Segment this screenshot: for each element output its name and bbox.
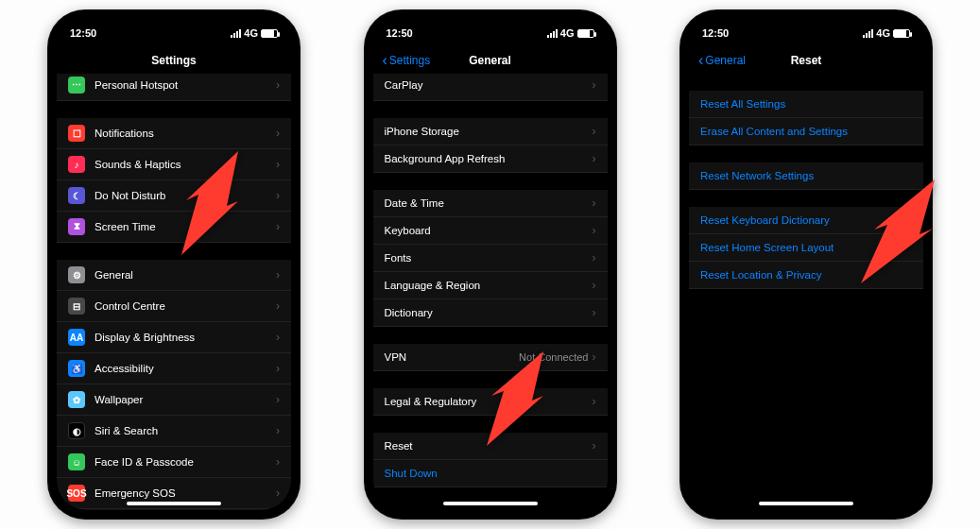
phone-reset: 12:50 4G ‹ General Reset Reset All Setti… bbox=[679, 9, 933, 520]
chevron-right-icon: › bbox=[593, 279, 596, 292]
home-indicator[interactable] bbox=[759, 502, 853, 505]
phone-general: 12:50 4G ‹ Settings General CarPlay› iPh… bbox=[364, 9, 617, 520]
screen: 12:50 4G ‹ Settings General CarPlay› iPh… bbox=[373, 19, 608, 510]
row-display-brightness[interactable]: AADisplay & Brightness› bbox=[57, 322, 291, 353]
phone-settings: 12:50 4G Settings ⋯Personal Hotspot› ☐No… bbox=[47, 9, 301, 520]
wallpaper-icon: ✿ bbox=[68, 391, 85, 408]
row-background-app-refresh[interactable]: Background App Refresh› bbox=[373, 145, 608, 173]
home-indicator[interactable] bbox=[127, 502, 221, 505]
row-fonts[interactable]: Fonts› bbox=[373, 245, 608, 272]
row-label: Reset All Settings bbox=[700, 98, 912, 110]
row-label: Screen Time bbox=[95, 221, 276, 232]
signal-icon bbox=[231, 29, 241, 38]
row-label: Date & Time bbox=[385, 197, 593, 209]
row-do-not-disturb[interactable]: ☾Do Not Disturb› bbox=[57, 180, 291, 212]
row-erase-all-content-and-settings[interactable]: Erase All Content and Settings bbox=[689, 118, 923, 145]
row-reset-location-privacy[interactable]: Reset Location & Privacy bbox=[689, 262, 923, 289]
network-label: 4G bbox=[876, 27, 890, 39]
screen-time-icon: ⧗ bbox=[68, 218, 85, 235]
row-label: Notifications bbox=[95, 128, 276, 139]
nav-bar: ‹ General Reset bbox=[689, 47, 923, 74]
chevron-right-icon: › bbox=[593, 306, 596, 319]
back-button[interactable]: ‹ General bbox=[698, 53, 746, 68]
battery-icon bbox=[893, 29, 910, 38]
row-label: Language & Region bbox=[385, 280, 593, 291]
row-shut-down[interactable]: Shut Down bbox=[373, 460, 608, 487]
back-label: General bbox=[705, 54, 746, 67]
row-label: Sounds & Haptics bbox=[95, 159, 276, 170]
chevron-right-icon: › bbox=[276, 486, 280, 500]
row-label: Legal & Regulatory bbox=[385, 396, 593, 407]
row-keyboard[interactable]: Keyboard› bbox=[373, 217, 608, 245]
emergency-sos-icon: SOS bbox=[68, 485, 85, 502]
row-reset[interactable]: Reset› bbox=[373, 433, 608, 460]
status-time: 12:50 bbox=[70, 27, 96, 39]
row-language-region[interactable]: Language & Region› bbox=[373, 272, 608, 299]
row-accessibility[interactable]: ♿Accessibility› bbox=[57, 353, 291, 384]
chevron-right-icon: › bbox=[276, 220, 280, 233]
row-date-time[interactable]: Date & Time› bbox=[373, 190, 608, 217]
row-label: Reset Network Settings bbox=[700, 170, 912, 181]
sounds-haptics-icon: ♪ bbox=[68, 156, 85, 173]
chevron-right-icon: › bbox=[276, 268, 280, 282]
personal-hotspot-icon: ⋯ bbox=[68, 77, 85, 94]
row-label: Display & Brightness bbox=[95, 332, 276, 343]
row-label: Shut Down bbox=[385, 468, 596, 479]
row-label: Dictionary bbox=[385, 307, 593, 318]
row-carplay[interactable]: CarPlay› bbox=[373, 74, 608, 101]
row-label: Background App Refresh bbox=[385, 153, 593, 164]
row-label: Accessibility bbox=[95, 363, 276, 374]
row-dictionary[interactable]: Dictionary› bbox=[373, 299, 608, 327]
chevron-right-icon: › bbox=[593, 78, 596, 92]
chevron-right-icon: › bbox=[593, 251, 596, 264]
chevron-right-icon: › bbox=[593, 439, 596, 452]
notch bbox=[434, 19, 547, 40]
row-personal-hotspot[interactable]: ⋯Personal Hotspot› bbox=[57, 74, 291, 101]
chevron-right-icon: › bbox=[276, 393, 280, 406]
row-legal-regulatory[interactable]: Legal & Regulatory› bbox=[373, 388, 608, 416]
home-indicator[interactable] bbox=[443, 502, 538, 505]
face-id-passcode-icon: ☺ bbox=[68, 453, 85, 470]
row-wallpaper[interactable]: ✿Wallpaper› bbox=[57, 384, 291, 416]
row-iphone-storage[interactable]: iPhone Storage› bbox=[373, 118, 608, 145]
chevron-right-icon: › bbox=[276, 127, 280, 140]
row-label: iPhone Storage bbox=[385, 126, 593, 137]
chevron-right-icon: › bbox=[276, 331, 280, 344]
network-label: 4G bbox=[244, 27, 258, 39]
row-label: Personal Hotspot bbox=[95, 79, 276, 91]
row-battery[interactable]: ▮Battery› bbox=[57, 509, 291, 510]
control-centre-icon: ⊟ bbox=[68, 298, 85, 315]
row-control-centre[interactable]: ⊟Control Centre› bbox=[57, 291, 291, 322]
back-label: Settings bbox=[389, 54, 430, 67]
chevron-right-icon: › bbox=[276, 78, 280, 92]
row-reset-all-settings[interactable]: Reset All Settings bbox=[689, 91, 923, 118]
row-reset-network-settings[interactable]: Reset Network Settings bbox=[689, 162, 923, 190]
chevron-right-icon: › bbox=[276, 362, 280, 375]
row-sounds-haptics[interactable]: ♪Sounds & Haptics› bbox=[57, 149, 291, 180]
row-face-id-passcode[interactable]: ☺Face ID & Passcode› bbox=[57, 447, 291, 478]
signal-icon bbox=[547, 29, 558, 38]
back-button[interactable]: ‹ Settings bbox=[383, 53, 431, 68]
accessibility-icon: ♿ bbox=[68, 360, 85, 377]
row-reset-home-screen-layout[interactable]: Reset Home Screen Layout bbox=[689, 234, 923, 262]
content[interactable]: Reset All SettingsErase All Content and … bbox=[689, 74, 923, 510]
row-reset-keyboard-dictionary[interactable]: Reset Keyboard Dictionary bbox=[689, 207, 923, 234]
notch bbox=[749, 19, 863, 40]
display-brightness-icon: AA bbox=[68, 329, 85, 346]
row-vpn[interactable]: VPNNot Connected› bbox=[373, 344, 608, 371]
row-screen-time[interactable]: ⧗Screen Time› bbox=[57, 212, 291, 243]
row-siri-search[interactable]: ◐Siri & Search› bbox=[57, 416, 291, 447]
content[interactable]: ⋯Personal Hotspot› ☐Notifications›♪Sound… bbox=[57, 74, 291, 510]
page-title: Reset bbox=[791, 54, 822, 67]
content[interactable]: CarPlay› iPhone Storage›Background App R… bbox=[373, 74, 608, 510]
battery-icon bbox=[577, 29, 594, 38]
chevron-right-icon: › bbox=[593, 196, 596, 210]
chevron-right-icon: › bbox=[276, 158, 280, 171]
row-notifications[interactable]: ☐Notifications› bbox=[57, 118, 291, 149]
row-label: Erase All Content and Settings bbox=[700, 126, 912, 137]
screen: 12:50 4G Settings ⋯Personal Hotspot› ☐No… bbox=[57, 19, 291, 510]
row-general[interactable]: ⚙General› bbox=[57, 260, 291, 291]
signal-icon bbox=[863, 29, 873, 38]
row-label: Emergency SOS bbox=[95, 487, 276, 499]
row-label: Reset Location & Privacy bbox=[700, 269, 912, 281]
